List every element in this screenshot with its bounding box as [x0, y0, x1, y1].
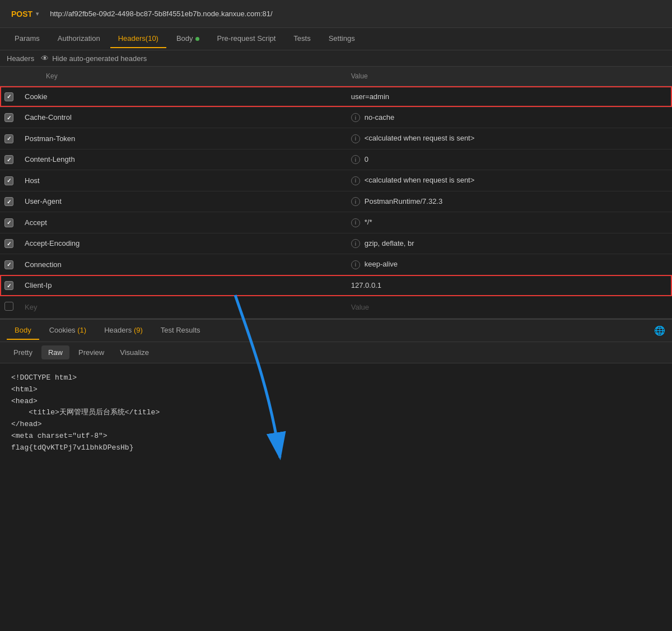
tab-settings[interactable]: Settings — [321, 30, 363, 48]
row-checkbox[interactable] — [4, 113, 13, 122]
tab-headers[interactable]: Headers(10) — [110, 30, 166, 48]
row-key: Postman-Token — [18, 128, 344, 149]
row-checkbox[interactable] — [4, 92, 13, 101]
headers-label: Headers — [7, 54, 34, 63]
sub-tab-pretty[interactable]: Pretty — [7, 345, 39, 359]
bottom-panel: Body Cookies (1) Headers (9) Test Result… — [0, 319, 672, 463]
url-bar: POST ▾ — [0, 0, 672, 28]
headers-sub-header: Headers 👁 Hide auto-generated headers — [0, 50, 672, 67]
code-line: flag{tdQvKTtPj7v1lbhkDPesHb} — [11, 442, 661, 454]
row-value: iPostmanRuntime/7.32.3 — [344, 191, 672, 212]
tab-tests[interactable]: Tests — [286, 30, 318, 48]
table-empty-row: Key Value — [0, 296, 672, 319]
main-tab-bar: Params Authorization Headers(10) Body Pr… — [0, 28, 672, 50]
info-icon: i — [351, 113, 360, 122]
table-row: Client-Ip127.0.0.1 — [0, 275, 672, 296]
url-input[interactable] — [48, 7, 665, 20]
row-key: Client-Ip — [18, 275, 344, 296]
table-row: Accept-Encodingigzip, deflate, br — [0, 233, 672, 254]
info-icon: i — [351, 197, 360, 206]
row-key: Host — [18, 170, 344, 191]
sub-tab-raw[interactable]: Raw — [41, 345, 69, 359]
row-checkbox[interactable] — [4, 155, 13, 164]
sub-tab-bar: Pretty Raw Preview Visualize — [0, 342, 672, 363]
code-line: <html> — [11, 384, 661, 396]
method-label: POST — [11, 10, 32, 18]
table-row: Content-Lengthi0 — [0, 149, 672, 170]
info-icon: i — [351, 218, 360, 227]
row-key: Connection — [18, 254, 344, 275]
bottom-tab-headers[interactable]: Headers (9) — [96, 321, 151, 340]
tab-params[interactable]: Params — [7, 30, 48, 48]
tab-authorization[interactable]: Authorization — [50, 30, 108, 48]
row-checkbox[interactable] — [4, 218, 13, 227]
code-line: <!DOCTYPE html> — [11, 372, 661, 384]
checkbox-col-header — [0, 67, 18, 86]
table-row: Cache-Controlino-cache — [0, 107, 672, 128]
tab-pre-request[interactable]: Pre-request Script — [209, 30, 284, 48]
table-row: User-AgentiPostmanRuntime/7.32.3 — [0, 191, 672, 212]
info-icon: i — [351, 176, 360, 185]
empty-key[interactable]: Key — [18, 296, 344, 319]
info-icon: i — [351, 260, 360, 269]
empty-value[interactable]: Value — [344, 296, 672, 319]
table-header: Key Value — [0, 67, 672, 86]
row-value: user=admin — [344, 86, 672, 107]
method-chevron: ▾ — [36, 11, 39, 17]
code-line: <title>天网管理员后台系统</title> — [11, 407, 661, 419]
table-row: Hosti<calculated when request is sent> — [0, 170, 672, 191]
row-key: Content-Length — [18, 149, 344, 170]
key-col-header: Key — [18, 67, 344, 86]
hide-auto-label: Hide auto-generated headers — [52, 54, 147, 63]
table-row: Cookieuser=admin — [0, 86, 672, 107]
row-checkbox[interactable] — [4, 197, 13, 206]
headers-table: Key Value Cookieuser=adminCache-Controli… — [0, 67, 672, 319]
row-checkbox[interactable] — [4, 260, 13, 269]
row-checkbox[interactable] — [4, 134, 13, 143]
method-selector[interactable]: POST ▾ — [7, 7, 43, 21]
info-icon: i — [351, 239, 360, 248]
info-icon: i — [351, 134, 360, 143]
row-value: i0 — [344, 149, 672, 170]
table-row: Postman-Tokeni<calculated when request i… — [0, 128, 672, 149]
row-value: ikeep-alive — [344, 254, 672, 275]
value-col-header: Value — [344, 67, 672, 86]
row-value: ino-cache — [344, 107, 672, 128]
row-value: i<calculated when request is sent> — [344, 170, 672, 191]
code-line: </head> — [11, 419, 661, 431]
row-value: i<calculated when request is sent> — [344, 128, 672, 149]
bottom-tab-body[interactable]: Body — [7, 321, 39, 340]
table-row: Accepti*/* — [0, 212, 672, 233]
row-checkbox[interactable] — [4, 176, 13, 185]
hide-auto-headers-button[interactable]: 👁 Hide auto-generated headers — [41, 54, 147, 63]
sub-tab-preview[interactable]: Preview — [72, 345, 111, 359]
code-output: <!DOCTYPE html><html><head> <title>天网管理员… — [0, 363, 672, 463]
code-line: <meta charset="utf-8"> — [11, 431, 661, 442]
eye-icon: 👁 — [41, 54, 49, 63]
row-key: Cache-Control — [18, 107, 344, 128]
bottom-tab-cookies[interactable]: Cookies (1) — [41, 321, 94, 340]
row-value: i*/* — [344, 212, 672, 233]
row-key: Accept — [18, 212, 344, 233]
tab-body[interactable]: Body — [169, 30, 207, 48]
bottom-tab-test-results[interactable]: Test Results — [153, 321, 208, 340]
row-checkbox[interactable] — [4, 239, 13, 248]
row-value: 127.0.0.1 — [344, 275, 672, 296]
bottom-tab-bar: Body Cookies (1) Headers (9) Test Result… — [0, 320, 672, 342]
row-key: Accept-Encoding — [18, 233, 344, 254]
row-checkbox[interactable] — [4, 281, 13, 290]
row-key: Cookie — [18, 86, 344, 107]
empty-row-checkbox[interactable] — [4, 302, 13, 311]
row-key: User-Agent — [18, 191, 344, 212]
code-line: <head> — [11, 396, 661, 408]
row-value: igzip, deflate, br — [344, 233, 672, 254]
sub-tab-visualize[interactable]: Visualize — [113, 345, 156, 359]
info-icon: i — [351, 155, 360, 164]
globe-icon[interactable]: 🌐 — [654, 325, 665, 336]
table-row: Connectionikeep-alive — [0, 254, 672, 275]
body-dot-indicator — [195, 37, 199, 41]
